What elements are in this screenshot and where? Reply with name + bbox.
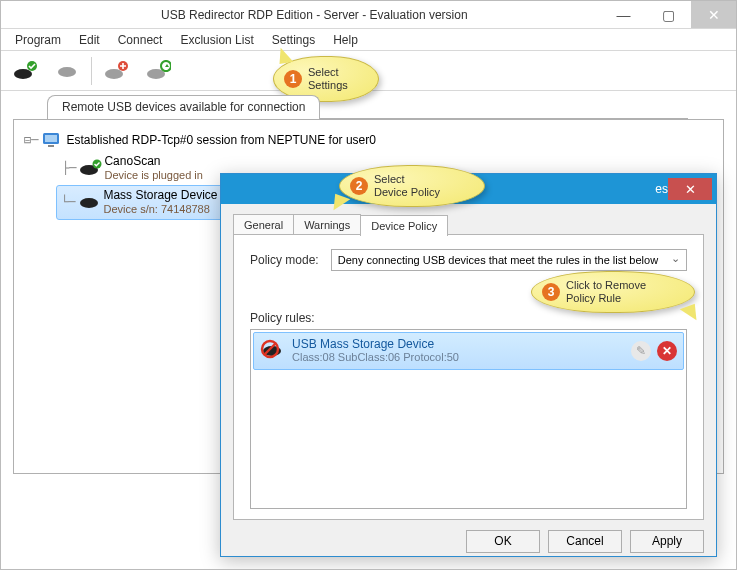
usb-disconnect-icon [54,60,80,82]
usb-device-icon [76,159,104,177]
tree-session-node[interactable]: ⊟─ Established RDP-Tcp#0 session from NE… [14,128,723,152]
tool-connect-device[interactable] [5,54,45,88]
svg-point-10 [93,160,102,169]
tool-disconnect-device[interactable] [47,54,87,88]
dialog-title-tail: es [655,182,668,196]
svg-point-3 [105,69,123,79]
rule-details: Class:08 SubClass:06 Protocol:50 [292,351,623,364]
callout-3: 3 Click to RemovePolicy Rule [531,271,695,313]
tool-add-device[interactable] [96,54,136,88]
window-title: USB Redirector RDP Edition - Server - Ev… [161,8,468,22]
tree-device-name: CanoScan [104,154,202,169]
toolbar-separator [91,57,92,85]
apply-button[interactable]: Apply [630,530,704,553]
svg-point-0 [14,69,32,79]
menu-edit[interactable]: Edit [71,31,108,49]
usb-refresh-icon [145,60,171,82]
callout-2: 2 SelectDevice Policy [339,165,485,207]
maximize-button[interactable]: ▢ [646,1,691,28]
callout-text: SelectSettings [308,66,348,92]
close-icon: ✕ [662,344,672,358]
main-tabstrip: Remote USB devices available for connect… [47,95,736,119]
preferences-dialog: es ✕ General Warnings Device Policy Poli… [220,173,717,557]
rule-edit-button[interactable]: ✎ [631,341,651,361]
svg-point-2 [58,67,76,77]
tree-branch: └─ [61,195,75,209]
rule-delete-button[interactable]: ✕ [657,341,677,361]
svg-rect-8 [48,145,54,147]
pencil-icon: ✎ [636,344,646,358]
tab-general[interactable]: General [233,214,294,235]
policy-rules-label: Policy rules: [250,311,687,325]
minimize-button[interactable]: — [601,1,646,28]
close-button[interactable]: ✕ [691,1,736,28]
callout-number: 2 [350,177,368,195]
usb-connect-icon [12,60,38,82]
svg-rect-7 [45,135,57,142]
tree-session-label: Established RDP-Tcp#0 session from NEPTU… [66,133,375,147]
callout-text: SelectDevice Policy [374,173,440,199]
cancel-button[interactable]: Cancel [548,530,622,553]
menu-connect[interactable]: Connect [110,31,171,49]
tab-device-policy[interactable]: Device Policy [360,215,448,236]
policy-rule-row[interactable]: USB Mass Storage Device Class:08 SubClas… [253,332,684,370]
monitor-icon [38,130,66,150]
main-titlebar: USB Redirector RDP Edition - Server - Ev… [1,1,736,29]
usb-device-icon [75,193,103,211]
dialog-tabs: General Warnings Device Policy [233,214,704,235]
rule-name: USB Mass Storage Device [292,337,623,351]
menubar: Program Edit Connect Exclusion List Sett… [1,29,736,51]
callout-number: 3 [542,283,560,301]
tool-refresh[interactable] [138,54,178,88]
menu-settings[interactable]: Settings [264,31,323,49]
policy-mode-select[interactable]: Deny connecting USB devices that meet th… [331,249,687,271]
policy-rules-list: USB Mass Storage Device Class:08 SubClas… [250,329,687,509]
callout-number: 1 [284,70,302,88]
menu-help[interactable]: Help [325,31,366,49]
usb-add-icon [103,60,129,82]
callout-text: Click to RemovePolicy Rule [566,279,646,305]
policy-mode-label: Policy mode: [250,253,319,267]
menu-program[interactable]: Program [7,31,69,49]
menu-exclusion-list[interactable]: Exclusion List [172,31,261,49]
tab-warnings[interactable]: Warnings [293,214,361,235]
dialog-close-button[interactable]: ✕ [668,178,712,200]
svg-point-11 [80,198,98,208]
tab-remote-devices[interactable]: Remote USB devices available for connect… [47,95,320,119]
tree-device-status: Device s/n: 74148788 [103,203,217,217]
tree-device-status: Device is plugged in [104,169,202,183]
policy-mode-value: Deny connecting USB devices that meet th… [338,254,658,266]
tree-branch: ├─ [62,161,76,175]
usb-denied-icon [260,339,284,362]
ok-button[interactable]: OK [466,530,540,553]
tree-device-name: Mass Storage Device [103,188,217,203]
tree-branch: ⊟─ [24,133,38,147]
